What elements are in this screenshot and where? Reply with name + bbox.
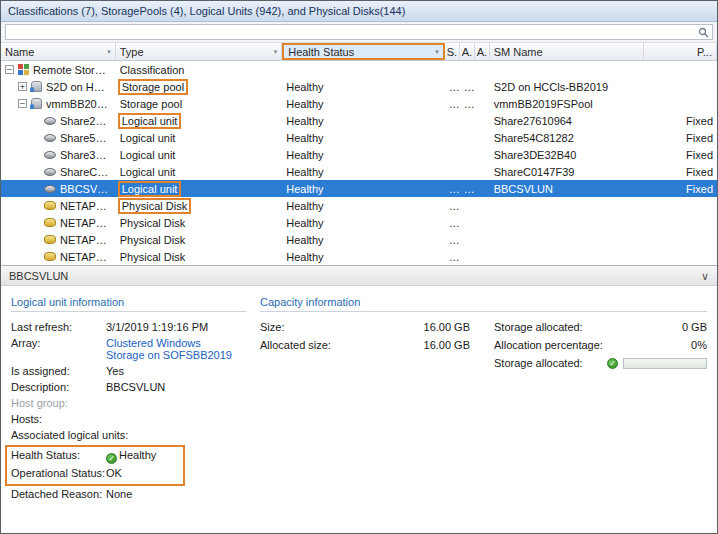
table-row[interactable]: Share3DE32...Logical unitHealthyShare3DE… — [1, 146, 717, 163]
sm-value: ShareC0147F39 — [490, 163, 645, 180]
type-value: Classification — [120, 64, 185, 76]
type-cell: Logical unit — [116, 180, 283, 197]
search-box[interactable] — [5, 24, 713, 40]
s-value: … — [445, 214, 460, 231]
row-name: NETAPP LUN... — [60, 251, 112, 263]
detail-value: None — [106, 488, 238, 500]
table-row[interactable]: ShareC0147F...Logical unitHealthyShareC0… — [1, 163, 717, 180]
logical-unit-info-panel: Logical unit information Last refresh:3/… — [11, 296, 246, 533]
sm-value: S2D on HCCls-BB2019 — [490, 78, 645, 95]
column-header-type[interactable]: Type▾ — [116, 43, 283, 60]
table-row[interactable]: Share276109...Logical unitHealthyShare27… — [1, 112, 717, 129]
results-header: Classifications (7), StoragePools (4), L… — [1, 1, 717, 22]
name-cell: ShareC0147F... — [1, 163, 116, 180]
search-input[interactable] — [9, 26, 698, 39]
name-cell: Share3DE32... — [1, 146, 116, 163]
detail-row: Health Status:✓Healthy — [11, 449, 179, 464]
table-row[interactable]: NETAPP LUN...Physical DiskHealthy… — [1, 248, 717, 265]
logical-unit-info-header: Logical unit information — [11, 296, 246, 312]
sort-filter-icon[interactable]: ▾ — [274, 48, 278, 56]
detail-label: Is assigned: — [11, 365, 106, 377]
table-row[interactable]: NETAPP LUN...Physical DiskHealthy… — [1, 231, 717, 248]
detail-row: Hosts: — [11, 413, 246, 425]
a1-value — [460, 112, 475, 129]
a1-value — [460, 163, 475, 180]
detail-label: Operational Status: — [11, 467, 106, 479]
health-value: Healthy — [282, 163, 445, 180]
sm-value — [490, 61, 645, 78]
collapse-icon[interactable]: – — [18, 99, 27, 108]
column-header-label: A. — [462, 46, 472, 58]
detail-label: Associated logical units: — [11, 429, 106, 441]
s-value: … — [445, 180, 460, 197]
array-link[interactable]: Clustered Windows Storage on SOFSBB2019 — [106, 337, 238, 361]
table-row[interactable]: –vmmBB2019FSP...Storage poolHealthy……vmm… — [1, 95, 717, 112]
a1-value — [460, 231, 475, 248]
column-header-s[interactable]: S. — [445, 43, 460, 60]
s-value — [445, 163, 460, 180]
health-value: Healthy — [282, 129, 445, 146]
chevron-down-icon[interactable]: ∨ — [701, 271, 709, 281]
sort-filter-icon[interactable]: ▾ — [107, 48, 111, 56]
details-section-bar[interactable]: BBCSVLUN ∨ — [1, 265, 717, 286]
a2-value — [475, 129, 490, 146]
a2-value — [475, 112, 490, 129]
row-name: S2D on HCCls-B... — [46, 81, 112, 93]
lun-icon — [44, 117, 56, 125]
column-header-a1[interactable]: A. — [460, 43, 475, 60]
lun-icon — [44, 134, 56, 142]
capacity-label: Allocated size: — [260, 339, 424, 351]
detail-row: Last refresh:3/1/2019 1:19:16 PM — [11, 321, 246, 333]
table-row[interactable]: +S2D on HCCls-B...Storage poolHealthy……S… — [1, 78, 717, 95]
storage-grid: Name▾Type▾Health Status▾S.A.A.SM NameP..… — [1, 43, 717, 265]
detail-row: Associated logical units: — [11, 429, 246, 441]
health-value: Healthy — [282, 248, 445, 265]
type-value: Physical Disk — [120, 217, 185, 229]
capacity-label: Size: — [260, 321, 424, 333]
detail-value — [106, 413, 238, 425]
grid-header: Name▾Type▾Health Status▾S.A.A.SM NameP..… — [1, 43, 717, 61]
row-name: Share3DE32... — [60, 149, 112, 161]
table-row[interactable]: NETAPP LUN...Physical DiskHealthy… — [1, 214, 717, 231]
type-value: Storage pool — [118, 79, 188, 95]
column-header-health[interactable]: Health Status▾ — [282, 43, 445, 60]
detail-value: 3/1/2019 1:19:16 PM — [106, 321, 238, 333]
a1-value — [460, 61, 475, 78]
sm-value — [490, 197, 645, 214]
health-value: Healthy — [282, 197, 445, 214]
column-header-label: Name — [5, 46, 34, 58]
a2-value — [475, 214, 490, 231]
row-name: Share54C81... — [60, 132, 112, 144]
table-row[interactable]: BBCSVLUNLogical unitHealthy……BBCSVLUNFix… — [1, 180, 717, 197]
pool-icon — [31, 98, 42, 109]
collapse-icon[interactable]: – — [5, 65, 14, 74]
expand-icon[interactable]: + — [18, 82, 27, 91]
sm-value: vmmBB2019FSPool — [490, 95, 645, 112]
detail-label: Detached Reason: — [11, 488, 106, 500]
pdisk-icon — [44, 201, 56, 210]
table-row[interactable]: Share54C81...Logical unitHealthyShare54C… — [1, 129, 717, 146]
detail-value: BBCSVLUN — [106, 381, 238, 393]
health-value: Healthy — [282, 180, 445, 197]
s-value: … — [445, 95, 460, 112]
sort-filter-icon[interactable]: ▾ — [435, 48, 439, 56]
name-cell: –vmmBB2019FSP... — [1, 95, 116, 112]
row-name: NETAPP LUN... — [60, 200, 112, 212]
column-header-a2[interactable]: A. — [475, 43, 490, 60]
name-cell: NETAPP LUN... — [1, 231, 116, 248]
search-icon[interactable] — [698, 27, 709, 38]
row-name: ShareC0147F... — [60, 166, 112, 178]
detail-label: Array: — [11, 337, 106, 361]
detail-row: Is assigned:Yes — [11, 365, 246, 377]
row-name: NETAPP LUN... — [60, 234, 112, 246]
column-header-p[interactable]: P... — [644, 43, 717, 60]
pool-icon — [31, 81, 42, 92]
column-header-sm[interactable]: SM Name — [490, 43, 645, 60]
column-header-name[interactable]: Name▾ — [1, 43, 116, 60]
annotation-box: Health Status:✓HealthyOperational Status… — [5, 445, 185, 486]
table-row[interactable]: NETAPP LUN...Physical DiskHealthy… — [1, 197, 717, 214]
table-row[interactable]: –Remote StorageClassification — [1, 61, 717, 78]
grid-body: –Remote StorageClassification+S2D on HCC… — [1, 61, 717, 265]
p-value — [644, 95, 717, 112]
a2-value — [475, 231, 490, 248]
